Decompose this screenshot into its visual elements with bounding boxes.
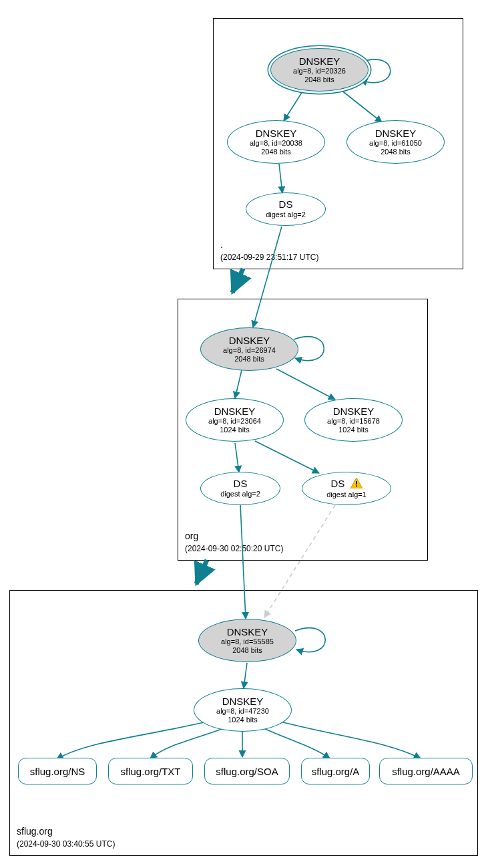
rrset-label: sflug.org/TXT [120, 766, 180, 777]
node-title: DNSKEY [299, 56, 340, 67]
dnskey-org-zsk-23064[interactable]: DNSKEY alg=8, id=23064 1024 bits [186, 398, 284, 442]
node-sub1: alg=8, id=47230 [216, 707, 269, 716]
node-sub1: alg=8, id=61050 [369, 139, 422, 148]
zone-sflug-timestamp: (2024-09-30 03:40:55 UTC) [17, 839, 115, 849]
rrset-label: sflug.org/AAAA [392, 766, 460, 777]
rrset-sflug-aaaa[interactable]: sflug.org/AAAA [379, 758, 473, 784]
zone-root-timestamp: (2024-09-29 23:51:17 UTC) [220, 253, 318, 262]
node-sub1: alg=8, id=20038 [250, 139, 302, 148]
node-title: DNSKEY [214, 406, 256, 418]
ds-org-to-sflug-sha256[interactable]: DS digest alg=2 [200, 472, 280, 505]
zone-org-timestamp: (2024-09-30 02:50:20 UTC) [185, 544, 283, 553]
node-title: DNSKEY [222, 696, 264, 708]
node-title: DS [234, 478, 248, 490]
zone-sflug-label: sflug.org (2024-09-30 03:40:55 UTC) [17, 825, 115, 850]
rrset-sflug-ns[interactable]: sflug.org/NS [18, 758, 97, 784]
rrset-sflug-soa[interactable]: sflug.org/SOA [204, 758, 290, 784]
zone-sflug-name: sflug.org [17, 826, 53, 837]
zone-root-name: . [220, 239, 223, 250]
dnskey-root-ksk[interactable]: DNSKEY alg=8, id=20326 2048 bits [270, 48, 369, 92]
dnskey-root-zsk-20038[interactable]: DNSKEY alg=8, id=20038 2048 bits [227, 120, 325, 164]
zone-org-name: org [185, 531, 198, 541]
node-sub2: 2048 bits [261, 148, 291, 156]
dnskey-org-zsk-15678[interactable]: DNSKEY alg=8, id=15678 1024 bits [304, 398, 403, 442]
node-sub1: alg=8, id=15678 [327, 417, 380, 426]
ds-org-to-sflug-sha1[interactable]: DS digest alg=1 [302, 472, 391, 505]
warning-icon [350, 478, 362, 491]
node-title: DS [279, 199, 293, 210]
node-sub2: 1024 bits [228, 716, 258, 724]
node-title: DS [330, 478, 362, 491]
dnskey-sflug-ksk[interactable]: DNSKEY alg=8, id=55585 2048 bits [198, 619, 296, 662]
node-sub2: 2048 bits [304, 76, 334, 84]
node-sub1: digest alg=2 [266, 210, 306, 219]
node-sub1: digest alg=2 [220, 490, 260, 498]
node-title: DNSKEY [256, 128, 297, 140]
rrset-sflug-txt[interactable]: sflug.org/TXT [108, 758, 193, 784]
dnskey-org-ksk[interactable]: DNSKEY alg=8, id=26974 2048 bits [200, 327, 298, 371]
node-title: DNSKEY [227, 627, 268, 638]
node-sub2: 1024 bits [338, 426, 369, 434]
zone-org-label: org (2024-09-30 02:50:20 UTC) [185, 530, 283, 555]
node-sub1: alg=8, id=26974 [223, 346, 276, 355]
rrset-sflug-a[interactable]: sflug.org/A [301, 758, 370, 784]
node-sub1: alg=8, id=23064 [208, 417, 261, 426]
ds-root-to-org[interactable]: DS digest alg=2 [246, 192, 326, 226]
node-sub2: 2048 bits [234, 355, 264, 364]
rrset-label: sflug.org/SOA [216, 766, 278, 777]
node-sub2: 2048 bits [381, 148, 411, 156]
dnskey-root-zsk-61050[interactable]: DNSKEY alg=8, id=61050 2048 bits [346, 120, 445, 164]
rrset-label: sflug.org/NS [30, 766, 85, 777]
node-sub2: 1024 bits [220, 426, 250, 434]
rrset-label: sflug.org/A [312, 766, 360, 777]
node-sub2: 2048 bits [232, 646, 262, 655]
svg-rect-1 [356, 481, 357, 484]
svg-rect-2 [356, 485, 357, 486]
node-sub1: digest alg=1 [326, 490, 367, 499]
node-sub1: alg=8, id=55585 [221, 637, 274, 646]
node-title: DNSKEY [229, 335, 270, 347]
zone-root-label: . (2024-09-29 23:51:17 UTC) [220, 239, 318, 263]
node-title: DNSKEY [333, 406, 375, 418]
node-sub1: alg=8, id=20326 [293, 67, 346, 76]
dnskey-sflug-zsk[interactable]: DNSKEY alg=8, id=47230 1024 bits [194, 688, 292, 732]
node-title: DNSKEY [375, 128, 417, 140]
